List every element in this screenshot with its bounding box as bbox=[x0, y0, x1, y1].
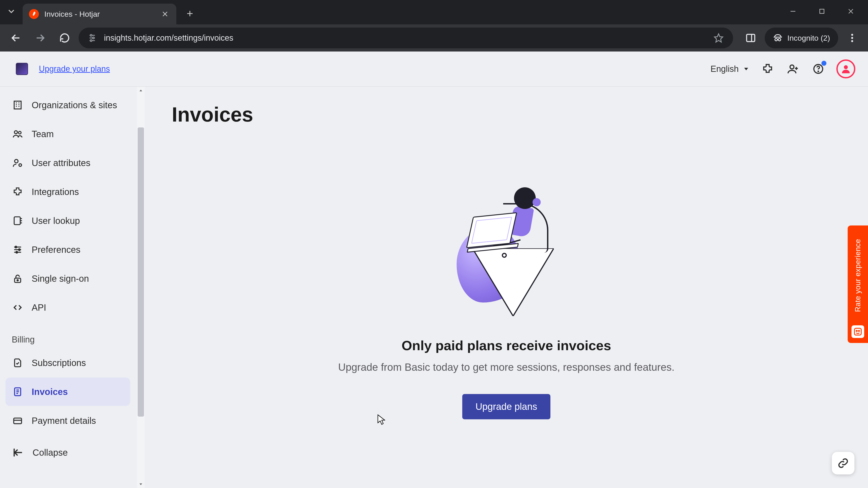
language-selector[interactable]: English bbox=[710, 64, 749, 74]
svg-marker-66 bbox=[472, 248, 554, 316]
sidebar-item-label: Payment details bbox=[32, 416, 96, 426]
svg-point-53 bbox=[16, 252, 18, 253]
svg-rect-33 bbox=[14, 101, 21, 109]
svg-point-52 bbox=[19, 249, 20, 251]
svg-point-21 bbox=[778, 38, 781, 41]
notification-dot bbox=[822, 61, 827, 66]
app-header: Upgrade your plans English bbox=[0, 52, 868, 87]
svg-point-27 bbox=[790, 65, 794, 69]
svg-point-14 bbox=[92, 37, 94, 39]
app-viewport: Upgrade your plans English Organizations… bbox=[0, 52, 868, 488]
nav-reload-button[interactable] bbox=[54, 28, 75, 48]
empty-state-subtext: Upgrade from Basic today to get more ses… bbox=[338, 361, 675, 373]
sidebar-item-integrations[interactable]: Integrations bbox=[5, 177, 130, 206]
sidebar-item-sso[interactable]: Single sign-on bbox=[5, 264, 130, 293]
sidebar-item-label: Integrations bbox=[32, 187, 79, 197]
sidebar-item-label: Preferences bbox=[32, 245, 81, 255]
sidebar-item-organizations[interactable]: Organizations & sites bbox=[5, 91, 130, 119]
sidebar-item-team[interactable]: Team bbox=[5, 120, 130, 148]
nav-forward-button[interactable] bbox=[30, 28, 51, 48]
browser-titlebar: Invoices - Hotjar bbox=[0, 0, 868, 24]
lookup-icon bbox=[12, 215, 24, 227]
svg-point-43 bbox=[19, 164, 22, 166]
sidebar-item-label: Single sign-on bbox=[32, 273, 89, 284]
svg-point-42 bbox=[15, 160, 18, 163]
sidebar-item-api[interactable]: API bbox=[5, 293, 130, 322]
feedback-label: Rate your experience bbox=[854, 230, 862, 320]
window-minimize-button[interactable] bbox=[779, 2, 807, 20]
svg-point-20 bbox=[775, 38, 777, 41]
tab-close-button[interactable] bbox=[160, 9, 170, 19]
sidebar-item-label: Subscriptions bbox=[32, 358, 86, 368]
sidebar-item-label: User attributes bbox=[32, 158, 90, 168]
subscription-icon bbox=[12, 357, 24, 369]
svg-point-40 bbox=[14, 131, 18, 134]
svg-rect-5 bbox=[820, 9, 824, 13]
building-icon bbox=[12, 99, 24, 111]
user-avatar[interactable] bbox=[836, 59, 855, 78]
svg-marker-65 bbox=[140, 484, 142, 485]
scroll-thumb[interactable] bbox=[138, 127, 144, 417]
sidebar-collapse-button[interactable]: Collapse bbox=[5, 439, 130, 466]
chevron-down-icon bbox=[743, 66, 749, 72]
feedback-face-icon bbox=[851, 325, 864, 338]
sidebar-item-user-attributes[interactable]: User attributes bbox=[5, 149, 130, 177]
copy-link-button[interactable] bbox=[832, 452, 855, 475]
svg-point-23 bbox=[851, 34, 853, 36]
svg-point-69 bbox=[856, 330, 857, 331]
window-maximize-button[interactable] bbox=[808, 2, 835, 20]
sidebar-item-preferences[interactable]: Preferences bbox=[5, 235, 130, 264]
window-close-button[interactable] bbox=[837, 2, 864, 20]
puzzle-icon bbox=[12, 186, 24, 198]
invoice-icon bbox=[12, 386, 24, 398]
sidebar-item-label: User lookup bbox=[32, 216, 80, 226]
new-tab-button[interactable] bbox=[181, 4, 199, 23]
sidebar-item-user-lookup[interactable]: User lookup bbox=[5, 206, 130, 235]
incognito-indicator[interactable]: Incognito (2) bbox=[765, 28, 838, 48]
org-logo[interactable] bbox=[16, 63, 28, 75]
scroll-down-button[interactable] bbox=[137, 480, 145, 488]
help-icon[interactable] bbox=[811, 62, 826, 76]
site-settings-icon[interactable] bbox=[87, 33, 98, 43]
upgrade-plans-button[interactable]: Upgrade plans bbox=[462, 394, 550, 419]
collapse-icon bbox=[12, 446, 24, 459]
extensions-icon[interactable] bbox=[761, 62, 775, 76]
empty-state: Only paid plans receive invoices Upgrade… bbox=[145, 126, 868, 419]
bookmark-star-icon[interactable] bbox=[712, 32, 725, 44]
side-panel-button[interactable] bbox=[740, 28, 761, 48]
sidebar-item-label: Organizations & sites bbox=[32, 100, 117, 110]
user-settings-icon bbox=[12, 157, 24, 169]
sidebar-section-billing: Billing bbox=[5, 322, 130, 348]
sidebar-item-payment-details[interactable]: Payment details bbox=[5, 406, 130, 435]
svg-point-51 bbox=[15, 246, 17, 248]
svg-rect-60 bbox=[14, 418, 22, 424]
chrome-menu-button[interactable] bbox=[842, 28, 863, 48]
feedback-tab[interactable]: Rate your experience bbox=[848, 225, 868, 343]
page-title: Invoices bbox=[145, 87, 868, 126]
empty-state-heading: Only paid plans receive invoices bbox=[401, 338, 611, 353]
upgrade-plans-link[interactable]: Upgrade your plans bbox=[39, 64, 110, 74]
tab-search-button[interactable] bbox=[0, 0, 23, 23]
sidebar-scrollbar[interactable] bbox=[137, 87, 145, 488]
nav-back-button[interactable] bbox=[5, 28, 26, 48]
browser-tab[interactable]: Invoices - Hotjar bbox=[23, 4, 176, 24]
svg-rect-68 bbox=[855, 328, 861, 335]
invite-user-icon[interactable] bbox=[786, 62, 800, 76]
sliders-icon bbox=[12, 244, 24, 256]
svg-point-70 bbox=[859, 330, 860, 331]
main-content: Invoices Only paid plans receive invoice… bbox=[145, 87, 868, 488]
code-icon bbox=[12, 302, 24, 313]
lock-icon bbox=[12, 273, 24, 285]
scroll-up-button[interactable] bbox=[137, 87, 145, 94]
credit-card-icon bbox=[12, 415, 24, 427]
address-bar[interactable]: insights.hotjar.com/settings/invoices bbox=[79, 28, 733, 48]
sidebar-item-label: API bbox=[32, 302, 46, 313]
browser-toolbar: insights.hotjar.com/settings/invoices In… bbox=[0, 24, 868, 52]
sidebar-item-invoices[interactable]: Invoices bbox=[5, 378, 130, 406]
sidebar-item-subscriptions[interactable]: Subscriptions bbox=[5, 349, 130, 377]
tab-title: Invoices - Hotjar bbox=[44, 10, 155, 19]
svg-marker-16 bbox=[715, 34, 723, 42]
language-label: English bbox=[710, 64, 739, 74]
svg-rect-44 bbox=[14, 217, 20, 225]
svg-point-25 bbox=[851, 40, 853, 42]
